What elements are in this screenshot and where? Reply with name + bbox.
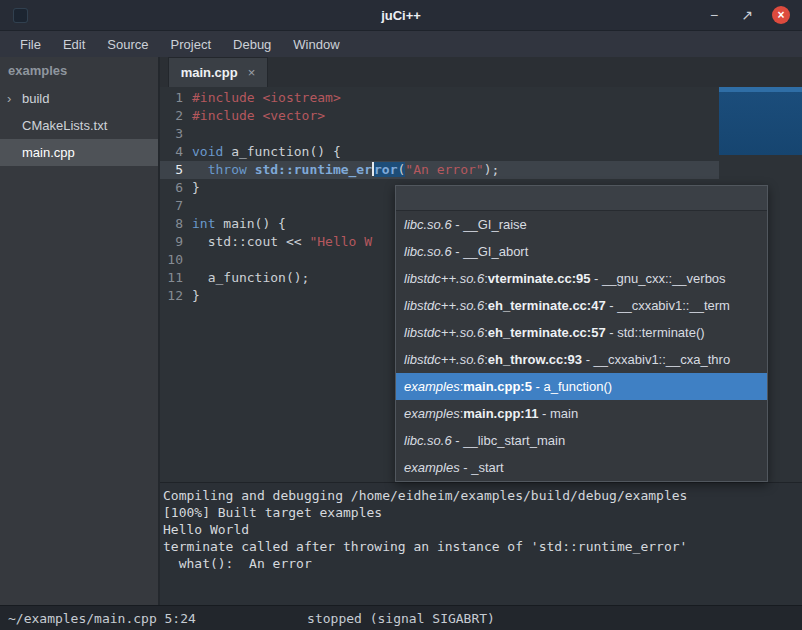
stack-frame-item[interactable]: libc.so.6 - __GI_raise <box>396 211 767 238</box>
code-line[interactable]: 3 <box>160 125 719 143</box>
restore-button[interactable]: ↗ <box>739 7 755 23</box>
code-segment: "Hello W <box>309 234 372 249</box>
frame-text: eh_terminate.cc:47 <box>488 298 606 313</box>
frame-text: - __GI_raise <box>452 217 527 232</box>
chevron-right-icon[interactable]: › <box>7 85 11 112</box>
frame-text: main.cpp:11 <box>463 406 538 421</box>
tab-close-icon[interactable]: × <box>248 65 256 80</box>
code-segment: int <box>192 216 215 231</box>
code-segment: ); <box>484 162 500 177</box>
frame-text: - std::terminate() <box>606 325 705 340</box>
menubar: FileEditSourceProjectDebugWindow <box>0 30 802 57</box>
frame-text: - __GI_abort <box>452 244 529 259</box>
frame-text: examples <box>404 379 460 394</box>
frame-text: - main <box>538 406 578 421</box>
stack-frame-item[interactable]: examples - _start <box>396 454 767 481</box>
code-text: void a_function() { <box>190 143 341 161</box>
frame-text: main.cpp:5 <box>463 379 532 394</box>
menu-item-debug[interactable]: Debug <box>222 37 282 52</box>
code-segment: a_function(); <box>192 270 309 285</box>
statusbar: ~/examples/main.cpp 5:24 stopped (signal… <box>0 605 802 630</box>
terminal-line: Hello World <box>163 521 799 538</box>
tree-item-build[interactable]: ›build <box>0 85 158 112</box>
frame-text: eh_throw.cc:93 <box>488 352 582 367</box>
stack-frame-item[interactable]: libstdc++.so.6:eh_terminate.cc:57 - std:… <box>396 319 767 346</box>
tree-item-cmakelists-txt[interactable]: CMakeLists.txt <box>0 112 158 139</box>
code-segment: } <box>192 180 200 195</box>
code-line[interactable]: 2#include <vector> <box>160 107 719 125</box>
frame-text: - _start <box>460 460 504 475</box>
code-segment: "An error" <box>405 162 483 177</box>
tree-item-label: main.cpp <box>22 145 75 160</box>
stack-frame-item[interactable]: examples:main.cpp:11 - main <box>396 400 767 427</box>
frame-text: vterminate.cc:95 <box>488 271 591 286</box>
code-text: #include <iostream> <box>190 89 341 107</box>
main-area: examples ›buildCMakeLists.txtmain.cpp ma… <box>0 57 802 605</box>
code-text: a_function(); <box>190 269 309 287</box>
menu-item-project[interactable]: Project <box>160 37 222 52</box>
terminal-line: Compiling and debugging /home/eidheim/ex… <box>163 487 799 504</box>
app-icon <box>13 8 28 23</box>
close-button[interactable]: × <box>772 6 790 24</box>
terminal-line: [100%] Built target examples <box>163 504 799 521</box>
app-window: juCi++ − ↗ × FileEditSourceProjectDebugW… <box>0 0 802 630</box>
code-line[interactable]: 4void a_function() { <box>160 143 719 161</box>
frame-text: - __cxxabiv1::__term <box>606 298 730 313</box>
minimize-button[interactable]: − <box>706 7 722 23</box>
stack-frame-list: libc.so.6 - __GI_raiselibc.so.6 - __GI_a… <box>396 211 767 481</box>
tree-item-label: build <box>22 91 49 106</box>
line-number[interactable]: 3 <box>160 125 190 143</box>
frame-text: - a_function() <box>532 379 612 394</box>
code-line[interactable]: 5 throw std::runtime_error("An error"); <box>160 161 719 179</box>
code-segment: a_function() { <box>223 144 340 159</box>
line-number[interactable]: 9 <box>160 233 190 251</box>
file-tree: ›buildCMakeLists.txtmain.cpp <box>0 85 158 166</box>
code-segment: std::runtime_er <box>255 162 372 177</box>
stack-frame-item[interactable]: libc.so.6 - __libc_start_main <box>396 427 767 454</box>
code-segment: #include <vector> <box>192 108 325 123</box>
stack-frame-item[interactable]: libstdc++.so.6:eh_throw.cc:93 - __cxxabi… <box>396 346 767 373</box>
menu-item-edit[interactable]: Edit <box>52 37 96 52</box>
line-number[interactable]: 7 <box>160 197 190 215</box>
tree-item-main-cpp[interactable]: main.cpp <box>0 139 158 166</box>
frame-text: - __libc_start_main <box>452 433 565 448</box>
line-number[interactable]: 4 <box>160 143 190 161</box>
tabbar: main.cpp × <box>160 57 802 87</box>
titlebar[interactable]: juCi++ − ↗ × <box>0 0 802 30</box>
line-number[interactable]: 11 <box>160 269 190 287</box>
code-segment: } <box>192 288 200 303</box>
menu-item-source[interactable]: Source <box>96 37 159 52</box>
code-segment: #include <iostream> <box>192 90 341 105</box>
code-segment: std::cout << <box>192 234 309 249</box>
popup-filter-input[interactable] <box>396 186 767 211</box>
tab-main-cpp[interactable]: main.cpp × <box>168 57 268 87</box>
stack-frame-item[interactable]: libstdc++.so.6:eh_terminate.cc:47 - __cx… <box>396 292 767 319</box>
frame-text: - __gnu_cxx::__verbos <box>590 271 725 286</box>
terminal-line: terminate called after throwing an insta… <box>163 538 799 555</box>
frame-text: libc.so.6 <box>404 433 452 448</box>
stack-frame-item[interactable]: libstdc++.so.6:vterminate.cc:95 - __gnu_… <box>396 265 767 292</box>
editor-corner-tooltip-box <box>719 87 802 155</box>
line-number[interactable]: 6 <box>160 179 190 197</box>
stack-trace-popup: libc.so.6 - __GI_raiselibc.so.6 - __GI_a… <box>395 185 768 482</box>
project-name-header: examples <box>0 57 158 85</box>
line-number[interactable]: 10 <box>160 251 190 269</box>
editor-pane: main.cpp × 1#include <iostream>2#include… <box>160 57 802 605</box>
line-number[interactable]: 12 <box>160 287 190 305</box>
code-line[interactable]: 1#include <iostream> <box>160 89 719 107</box>
menu-item-window[interactable]: Window <box>282 37 350 52</box>
frame-text: libc.so.6 <box>404 244 452 259</box>
frame-text: eh_terminate.cc:57 <box>488 325 606 340</box>
stack-frame-item[interactable]: libc.so.6 - __GI_abort <box>396 238 767 265</box>
code-text: std::cout << "Hello W <box>190 233 372 251</box>
menu-item-file[interactable]: File <box>9 37 52 52</box>
frame-text: examples <box>404 406 460 421</box>
file-explorer: examples ›buildCMakeLists.txtmain.cpp <box>0 57 160 605</box>
stack-frame-item[interactable]: examples:main.cpp:5 - a_function() <box>396 373 767 400</box>
line-number[interactable]: 8 <box>160 215 190 233</box>
line-number[interactable]: 2 <box>160 107 190 125</box>
code-text: int main() { <box>190 215 286 233</box>
line-number[interactable]: 1 <box>160 89 190 107</box>
line-number[interactable]: 5 <box>160 161 190 179</box>
terminal-output[interactable]: Compiling and debugging /home/eidheim/ex… <box>160 482 802 605</box>
